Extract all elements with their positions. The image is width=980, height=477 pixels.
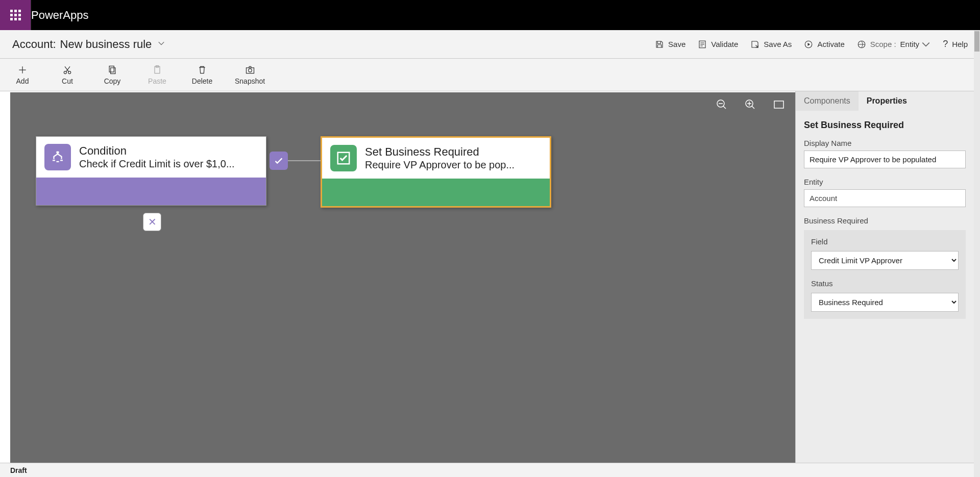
action-node-footer [322,179,550,206]
field-select[interactable]: Credit Limit VP Approver [811,251,959,270]
page-header: Account: New business rule Save Validate… [0,30,980,59]
paste-label: Paste [148,77,166,85]
cut-label: Cut [62,77,73,85]
zoom-out-button[interactable] [716,98,728,112]
global-topbar: PowerApps [0,0,980,30]
status-select[interactable]: Business Required [811,293,959,312]
status-label: Status [811,279,959,288]
svg-rect-6 [111,67,115,73]
save-button[interactable]: Save [655,40,685,49]
app-title: PowerApps [31,0,89,30]
page-title-prefix: Account: [12,38,56,51]
scrollbar-thumb[interactable] [974,31,979,52]
condition-node-footer [36,178,266,205]
copy-label: Copy [104,77,121,85]
properties-panel: Components Properties Set Business Requi… [795,91,974,463]
waffle-icon [10,10,21,20]
help-label: Help [952,40,968,48]
business-required-fieldset: Field Credit Limit VP Approver Status Bu… [804,230,966,319]
copy-button[interactable]: Copy [100,65,125,85]
plus-icon [17,65,28,75]
scope-dropdown[interactable]: Scope : Entity [857,40,930,49]
paste-button[interactable]: Paste [145,65,169,85]
help-icon: ? [943,39,948,49]
action-icon [330,145,357,171]
status-text: Draft [10,466,27,474]
zoom-in-icon [744,98,756,111]
x-icon: ✕ [148,216,157,228]
chevron-down-icon [921,40,930,49]
activate-label: Activate [817,40,844,48]
condition-icon [44,144,71,170]
save-as-icon [750,40,760,49]
canvas-tools [716,98,785,112]
designer-canvas[interactable]: Condition Check if Credit Limit is over … [10,92,795,463]
condition-node[interactable]: Condition Check if Credit Limit is over … [36,136,266,206]
status-bar: Draft [0,463,980,477]
action-node-title: Set Business Required [365,145,542,159]
zoom-in-button[interactable] [744,98,756,112]
scope-label: Scope : [870,40,896,48]
tab-components[interactable]: Components [796,91,859,111]
condition-node-title: Condition [79,144,258,158]
entity-label: Entity [804,178,966,186]
delete-label: Delete [192,77,212,85]
snapshot-label: Snapshot [235,77,265,85]
activate-button[interactable]: Activate [804,40,844,49]
fit-icon [773,98,785,111]
scope-icon [857,40,866,49]
save-as-button[interactable]: Save As [750,40,792,49]
app-title-text: PowerApps [31,9,89,22]
main-area: Condition Check if Credit Limit is over … [0,91,980,463]
checkmark-icon [273,155,284,166]
action-node[interactable]: Set Business Required Require VP Approve… [321,136,551,208]
svg-rect-5 [109,66,114,72]
validate-label: Validate [711,40,738,48]
action-node-subtitle: Require VP Approver to be pop... [365,159,542,171]
chevron-down-icon [158,40,165,48]
delete-button[interactable]: Delete [190,65,214,85]
fit-to-screen-button[interactable] [773,98,785,112]
condition-false-connector[interactable]: ✕ [143,213,161,231]
business-required-section-label: Business Required [804,216,966,225]
delete-icon [197,65,207,75]
copy-icon [107,65,117,75]
panel-title: Set Business Required [804,120,966,131]
help-button[interactable]: ? Help [943,39,968,49]
command-toolbar: Add Cut Copy Paste Delete Snapshot [0,59,980,91]
cut-icon [62,65,72,75]
display-name-input[interactable] [804,150,966,168]
page-scrollbar[interactable] [974,30,980,477]
save-label: Save [668,40,685,48]
display-name-label: Display Name [804,139,966,147]
entity-input [804,189,966,207]
zoom-out-icon [716,98,728,111]
save-icon [655,40,664,49]
field-label: Field [811,237,959,246]
tab-properties[interactable]: Properties [859,91,915,111]
camera-icon [245,65,255,75]
header-actions: Save Validate Save As Activate Scope : E… [655,39,968,49]
save-as-label: Save As [764,40,792,48]
validate-button[interactable]: Validate [698,40,738,49]
paste-icon [152,65,162,75]
condition-node-subtitle: Check if Credit Limit is over $1,0... [79,158,258,170]
svg-rect-13 [774,101,783,108]
cut-button[interactable]: Cut [55,65,80,85]
add-label: Add [16,77,29,85]
svg-point-10 [248,68,252,72]
add-button[interactable]: Add [10,65,35,85]
activate-icon [804,40,813,49]
app-launcher-button[interactable] [0,0,31,30]
validate-icon [698,40,707,49]
connector-line [288,160,321,161]
page-title-name: New business rule [60,38,152,51]
snapshot-button[interactable]: Snapshot [235,65,265,85]
panel-tabs: Components Properties [796,91,974,111]
scope-value: Entity [900,40,920,48]
page-title-dropdown[interactable]: Account: New business rule [12,38,165,51]
condition-true-connector[interactable] [270,152,288,170]
svg-rect-14 [57,152,59,154]
